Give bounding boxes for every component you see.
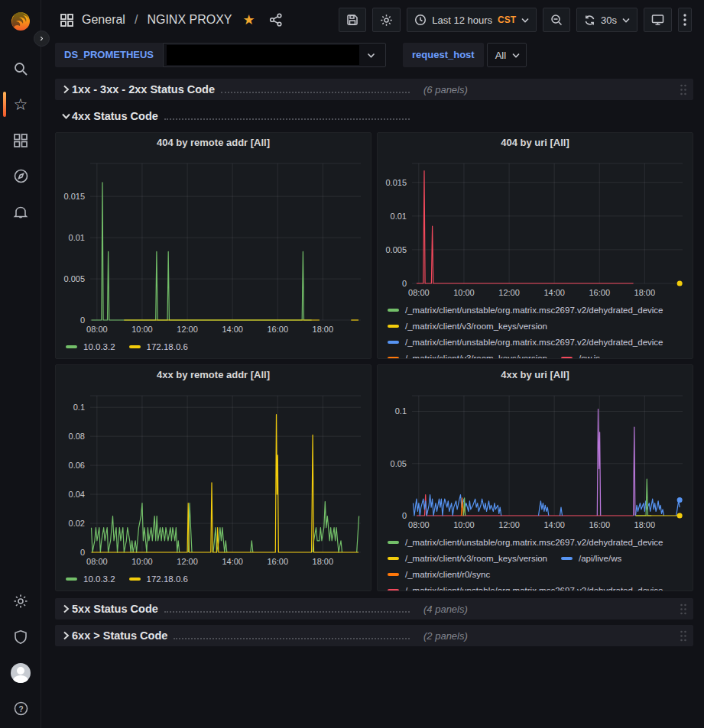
- legend-swatch: [129, 345, 141, 348]
- legend-swatch: [66, 345, 77, 348]
- sidebar-item-starred[interactable]: ☆: [0, 86, 41, 122]
- kebab-menu-icon: [683, 14, 686, 26]
- svg-text:0.04: 0.04: [69, 490, 85, 499]
- svg-text:18:00: 18:00: [634, 520, 656, 529]
- panel-title[interactable]: 4xx by uri [All]: [378, 365, 693, 385]
- request-host-variable-select[interactable]: All: [487, 43, 527, 67]
- dashboard-settings-button[interactable]: [372, 8, 401, 32]
- row-4xx[interactable]: 4xx Status Code: [55, 105, 693, 127]
- legend-swatch: [129, 578, 141, 581]
- legend-item[interactable]: /_matrix/client/v3/room_keys/version: [388, 550, 547, 566]
- legend-label: /_matrix/client/r0/sync: [405, 570, 490, 579]
- shield-icon: [13, 629, 28, 645]
- legend-item[interactable]: /_matrix/client/unstable/org.matrix.msc2…: [388, 334, 663, 350]
- datasource-variable-select[interactable]: [163, 43, 386, 67]
- drag-handle-icon[interactable]: [680, 630, 687, 645]
- timezone-label: CST: [498, 15, 516, 25]
- svg-text:10:00: 10:00: [131, 557, 153, 566]
- refresh-picker[interactable]: 30s: [576, 8, 637, 32]
- panel-title[interactable]: 404 by remote addr [All]: [56, 133, 371, 153]
- chevron-right-icon: [60, 604, 72, 613]
- drag-handle-icon[interactable]: [680, 603, 687, 618]
- help-icon: ?: [13, 700, 29, 717]
- legend-label: 10.0.3.2: [83, 574, 115, 584]
- clock-icon: [414, 14, 427, 26]
- panel-4xx-by-uri: 4xx by uri [All] 00.050.108:0010:0012:00…: [377, 364, 693, 591]
- svg-text:0: 0: [80, 315, 85, 325]
- time-series-chart: 00.050.108:0010:0012:0014:0016:0018:00: [378, 385, 692, 532]
- gear-icon: [13, 594, 28, 609]
- legend-item[interactable]: 172.18.0.6: [129, 338, 188, 354]
- legend-item[interactable]: /_matrix/client/r0/sync: [388, 566, 490, 582]
- share-icon: [269, 13, 283, 27]
- search-icon: [13, 61, 28, 76]
- svg-text:12:00: 12:00: [498, 288, 520, 297]
- save-dashboard-button[interactable]: [339, 8, 366, 32]
- breadcrumb-section[interactable]: General: [82, 13, 125, 27]
- datasource-variable-label: DS_PROMETHEUS: [55, 43, 163, 67]
- svg-text:0: 0: [402, 511, 407, 520]
- svg-text:12:00: 12:00: [177, 557, 198, 566]
- svg-text:08:00: 08:00: [408, 520, 430, 529]
- dotted-leader: [174, 638, 410, 639]
- time-series-chart: 00.0050.010.01508:0010:0012:0014:0016:00…: [378, 153, 692, 300]
- row-1xx-3xx-2xx[interactable]: 1xx - 3xx - 2xx Status Code (6 panels): [55, 79, 693, 100]
- legend-item[interactable]: /_matrix/client/unstable/org.matrix.msc2…: [388, 302, 663, 318]
- dotted-leader: [221, 92, 410, 93]
- dotted-leader: [164, 118, 410, 120]
- sidebar-item-profile[interactable]: [0, 655, 41, 691]
- dashboard-body: 1xx - 3xx - 2xx Status Code (6 panels) 4…: [41, 76, 704, 646]
- legend-item[interactable]: 10.0.3.2: [66, 571, 115, 587]
- zoom-out-button[interactable]: [543, 8, 570, 32]
- sidebar-item-dashboards[interactable]: [0, 122, 41, 158]
- legend-swatch: [561, 557, 573, 560]
- legend-swatch: [388, 541, 399, 544]
- legend-label: /_matrix/client/unstable/org.matrix.msc2…: [405, 338, 663, 347]
- svg-text:0.005: 0.005: [63, 274, 85, 283]
- legend-item[interactable]: /sw.js: [561, 350, 600, 358]
- svg-text:10:00: 10:00: [453, 288, 475, 297]
- svg-text:14:00: 14:00: [222, 557, 243, 566]
- legend-swatch: [561, 357, 573, 359]
- breadcrumb-title[interactable]: NGINX PROXY: [147, 13, 232, 27]
- panel-title[interactable]: 4xx by remote addr [All]: [56, 365, 371, 385]
- row-5xx[interactable]: 5xx Status Code (4 panels): [55, 598, 693, 620]
- chart-legend: /_matrix/client/unstable/org.matrix.msc2…: [378, 532, 693, 590]
- compass-icon: [13, 168, 29, 184]
- sidebar-item-help[interactable]: ?: [0, 691, 41, 726]
- legend-item[interactable]: 172.18.0.6: [129, 571, 188, 587]
- legend-swatch: [388, 557, 399, 560]
- legend-item[interactable]: /_matrix/client/v3/room_keys/version: [388, 318, 547, 334]
- row-6xx[interactable]: 6xx > Status Code (2 panels): [55, 625, 693, 646]
- legend-item[interactable]: /_matrix/client/unstable/org.matrix.msc2…: [388, 534, 663, 550]
- breadcrumb-separator: /: [135, 13, 138, 27]
- svg-text:16:00: 16:00: [267, 325, 288, 334]
- legend-item[interactable]: /api/live/ws: [561, 550, 621, 566]
- drag-handle-icon[interactable]: [680, 84, 687, 99]
- sidebar-item-search[interactable]: [0, 50, 41, 86]
- legend-item[interactable]: 10.0.3.2: [66, 338, 115, 354]
- chart-legend: 10.0.3.2172.18.0.6: [56, 569, 371, 590]
- legend-item[interactable]: /_matrix/client/v3/room_keys/version: [388, 350, 547, 358]
- sidebar-expand-button[interactable]: ›: [34, 31, 50, 47]
- sidebar-item-alerting[interactable]: [0, 194, 41, 230]
- svg-text:0.05: 0.05: [391, 459, 407, 468]
- favorite-star-icon[interactable]: ★: [243, 13, 255, 27]
- svg-text:16:00: 16:00: [267, 557, 288, 566]
- grafana-logo-icon[interactable]: [8, 8, 34, 34]
- sidebar-item-explore[interactable]: [0, 158, 41, 194]
- tv-mode-button[interactable]: [644, 8, 672, 32]
- apps-grid-icon: [60, 13, 74, 28]
- sidebar-item-configuration[interactable]: [0, 583, 41, 619]
- time-range-picker[interactable]: Last 12 hours CST: [407, 8, 537, 32]
- share-button[interactable]: [269, 13, 283, 27]
- svg-text:16:00: 16:00: [589, 520, 610, 529]
- svg-text:0: 0: [80, 548, 85, 557]
- sidebar-item-server-admin[interactable]: [0, 619, 41, 655]
- svg-text:18:00: 18:00: [313, 325, 334, 334]
- panel-title[interactable]: 404 by uri [All]: [378, 133, 693, 153]
- variables-submenu: DS_PROMETHEUS request_host All: [41, 40, 704, 76]
- legend-item[interactable]: /_matrix/client/unstable/org.matrix.msc2…: [388, 582, 663, 590]
- dashboard-header: General / NGINX PROXY ★: [41, 0, 704, 40]
- kebab-menu-button[interactable]: [678, 8, 692, 32]
